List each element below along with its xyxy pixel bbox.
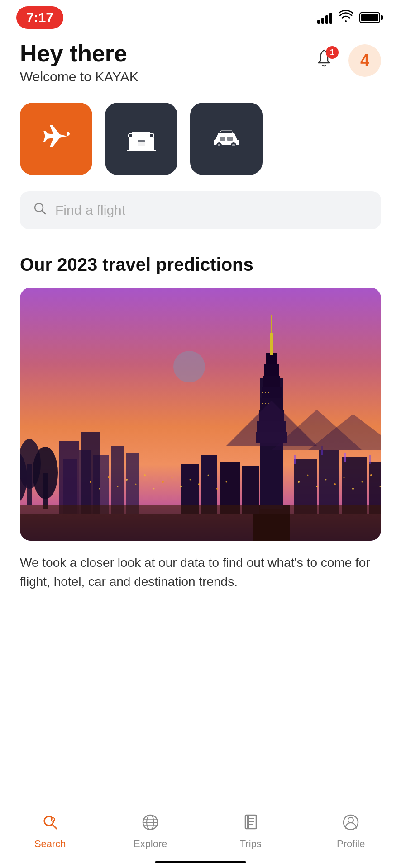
svg-point-4: [135, 137, 138, 141]
svg-rect-39: [265, 392, 266, 393]
nav-trips[interactable]: Trips: [228, 813, 273, 850]
svg-point-78: [370, 474, 372, 476]
svg-rect-49: [319, 450, 339, 514]
predictions-title: Our 2023 travel predictions: [20, 255, 381, 275]
svg-rect-33: [263, 376, 280, 387]
plane-icon: [40, 123, 72, 155]
svg-point-57: [117, 486, 119, 487]
battery-icon: [359, 12, 383, 23]
svg-rect-32: [262, 387, 282, 398]
svg-point-66: [198, 483, 200, 485]
notification-button[interactable]: 1: [308, 44, 340, 77]
svg-point-74: [334, 483, 336, 485]
svg-rect-22: [111, 446, 124, 514]
nav-profile[interactable]: Profile: [328, 813, 373, 850]
svg-point-70: [298, 481, 300, 483]
svg-point-71: [307, 475, 309, 476]
svg-rect-16: [27, 464, 32, 505]
svg-rect-40: [268, 392, 269, 393]
svg-rect-23: [126, 453, 139, 514]
svg-point-64: [180, 486, 182, 487]
svg-rect-18: [43, 473, 48, 509]
city-svg: [20, 288, 381, 541]
search-magnifier-icon: [33, 201, 47, 219]
svg-rect-42: [265, 403, 266, 404]
category-section: [0, 89, 401, 179]
predictions-image[interactable]: [20, 288, 381, 541]
svg-point-68: [216, 488, 218, 490]
svg-point-59: [135, 484, 137, 485]
wifi-icon: [339, 10, 353, 25]
svg-point-73: [325, 479, 327, 481]
svg-rect-1: [132, 132, 150, 138]
predictions-description: We took a closer look at our data to fin…: [20, 541, 381, 646]
svg-rect-53: [20, 514, 381, 541]
search-placeholder: Find a flight: [55, 203, 125, 218]
svg-point-76: [352, 488, 354, 490]
nav-explore[interactable]: Explore: [128, 813, 173, 850]
svg-point-61: [153, 488, 155, 490]
svg-point-9: [232, 144, 235, 146]
svg-point-63: [172, 477, 173, 478]
svg-rect-34: [264, 364, 279, 376]
svg-point-72: [316, 486, 318, 487]
hotels-button[interactable]: [105, 103, 177, 175]
svg-point-56: [108, 476, 110, 478]
greeting-section: Hey there Welcome to KAYAK: [20, 41, 138, 85]
points-badge[interactable]: 4: [348, 44, 381, 77]
header: Hey there Welcome to KAYAK 1 4: [0, 32, 401, 89]
notification-badge: 1: [326, 46, 339, 59]
svg-point-60: [144, 474, 146, 476]
svg-rect-25: [81, 432, 100, 514]
svg-rect-41: [262, 403, 263, 404]
city-skyline-image: [20, 288, 381, 541]
svg-point-65: [190, 479, 191, 481]
status-icons: [317, 10, 383, 25]
explore-nav-icon: [141, 813, 159, 835]
svg-point-8: [218, 144, 220, 146]
car-icon: [210, 123, 243, 155]
signal-icon: [317, 12, 332, 24]
home-indicator: [155, 861, 246, 863]
welcome-text: Welcome to KAYAK: [20, 69, 138, 85]
profile-nav-label: Profile: [337, 838, 365, 850]
svg-point-75: [344, 477, 345, 478]
svg-point-55: [99, 488, 100, 490]
svg-rect-82: [344, 453, 346, 462]
bottom-navigation: Search Explore Trips: [0, 805, 401, 868]
nav-search[interactable]: Search: [28, 813, 73, 850]
svg-point-97: [348, 817, 353, 823]
svg-point-67: [208, 475, 209, 476]
search-nav-icon: [41, 813, 59, 835]
predictions-section: Our 2023 travel predictions: [0, 241, 401, 646]
profile-nav-icon: [342, 813, 360, 835]
svg-rect-10: [220, 137, 225, 141]
svg-point-79: [380, 486, 381, 487]
greeting-text: Hey there: [20, 41, 138, 66]
svg-point-62: [162, 481, 164, 483]
trips-nav-label: Trips: [240, 838, 262, 850]
hotel-icon: [125, 123, 158, 155]
svg-rect-83: [369, 455, 371, 464]
svg-point-69: [226, 481, 227, 483]
explore-nav-label: Explore: [134, 838, 167, 850]
svg-point-58: [126, 479, 128, 481]
search-bar[interactable]: Find a flight: [20, 191, 381, 229]
svg-point-54: [90, 481, 91, 483]
svg-point-77: [362, 481, 363, 483]
header-actions: 1 4: [308, 44, 381, 77]
svg-rect-80: [294, 455, 296, 464]
flights-button[interactable]: [20, 103, 92, 175]
svg-rect-38: [262, 392, 263, 393]
svg-rect-37: [270, 333, 273, 355]
search-nav-label: Search: [34, 838, 66, 850]
svg-rect-24: [59, 441, 79, 514]
svg-rect-11: [227, 137, 233, 141]
trips-nav-icon: [242, 813, 260, 835]
points-count: 4: [360, 51, 369, 70]
status-bar: 7:17: [0, 0, 401, 32]
status-time: 7:17: [16, 6, 63, 29]
search-section: Find a flight: [0, 179, 401, 241]
cars-button[interactable]: [190, 103, 263, 175]
